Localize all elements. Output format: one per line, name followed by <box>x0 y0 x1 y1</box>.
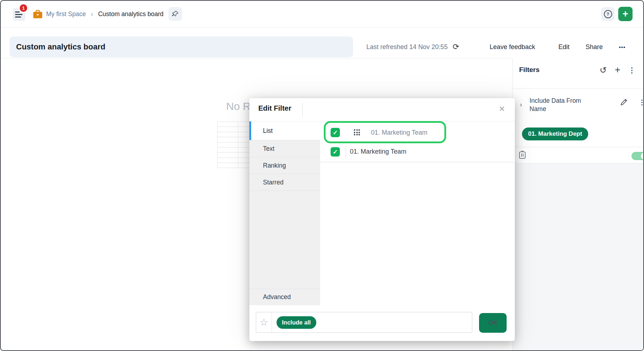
close-icon[interactable]: × <box>495 102 509 116</box>
refresh-icon[interactable]: ⟳ <box>453 42 459 52</box>
delete-filter-trash-icon[interactable] <box>518 149 528 160</box>
board-title-field[interactable]: Custom analytics board <box>10 37 353 57</box>
filter-name: Include Data From Name <box>530 97 601 113</box>
filters-panel: Filters ↺ + ⋮ › Include Data From Name ⋮… <box>512 58 644 351</box>
notification-badge[interactable]: 1 <box>19 4 28 13</box>
tab-starred[interactable]: Starred <box>249 174 320 191</box>
topbar-actions: ? + <box>601 1 633 27</box>
modal-title: Edit Filter <box>258 104 291 112</box>
filters-panel-title: Filters <box>519 66 540 74</box>
workspace-icon <box>33 10 43 19</box>
empty-state-text: No R <box>226 100 250 112</box>
list-item-label[interactable]: 01. Marketing Team <box>371 129 428 136</box>
filters-menu-icon[interactable]: ⋮ <box>628 66 635 74</box>
edit-filter-modal: Edit Filter × List Text Ranking Starred … <box>249 98 515 341</box>
list-divider <box>320 162 515 162</box>
topbar-divider <box>1 27 643 28</box>
toggle-knob <box>641 153 644 160</box>
modal-title-divider <box>302 103 303 117</box>
breadcrumb-current: Custom analytics board <box>98 10 164 18</box>
share-button[interactable]: Share <box>586 43 603 51</box>
list-item-checkbox[interactable]: ✓ <box>331 147 340 157</box>
pin-button[interactable] <box>169 7 182 21</box>
filter-value-chip[interactable]: 01. Marketing Dept <box>522 128 588 140</box>
filters-panel-actions: ↺ + ⋮ <box>600 64 635 76</box>
ok-button[interactable]: OK <box>479 313 507 333</box>
breadcrumb: My first Space › Custom analytics board <box>46 1 182 27</box>
board-actions: Last refreshed 14 Nov 20:55 ⟳ Leave feed… <box>366 37 626 57</box>
edit-filter-pencil-icon[interactable] <box>619 97 629 107</box>
breadcrumb-separator: › <box>91 10 93 18</box>
drag-handle-icon[interactable] <box>354 129 361 135</box>
tab-text[interactable]: Text <box>249 140 320 157</box>
last-refreshed-text: Last refreshed 14 Nov 20:55 <box>366 43 448 51</box>
include-all-chip[interactable]: Include all <box>277 316 316 329</box>
selection-summary-box: ☆ Include all <box>256 312 472 333</box>
tab-list[interactable]: List <box>249 121 320 140</box>
help-icon: ? <box>604 10 612 18</box>
tab-advanced[interactable]: Advanced <box>249 289 320 305</box>
menu-icon <box>15 11 20 13</box>
filter-type-tabs: List Text Ranking Starred Advanced <box>249 121 320 305</box>
list-item-divider <box>346 146 346 158</box>
list-item-checkbox[interactable]: ✓ <box>331 128 340 137</box>
more-options-button[interactable]: ••• <box>619 44 626 50</box>
table-skeleton-divider <box>238 122 238 168</box>
filter-expand-chevron-icon[interactable]: › <box>520 101 522 109</box>
tab-ranking[interactable]: Ranking <box>249 157 320 174</box>
filter-toggle[interactable] <box>631 152 644 160</box>
filters-empty-area <box>513 163 644 351</box>
leave-feedback-button[interactable]: Leave feedback <box>490 43 535 51</box>
edit-button[interactable]: Edit <box>558 43 570 51</box>
breadcrumb-space-link[interactable]: My first Space <box>46 10 86 18</box>
pin-icon <box>171 10 179 18</box>
app-window: 1 My first Space › Custom analytics boar… <box>0 0 644 351</box>
help-button[interactable]: ? <box>601 7 615 21</box>
filter-item-menu-icon[interactable]: ⋮ <box>639 98 644 106</box>
reset-filters-icon[interactable]: ↺ <box>600 65 607 75</box>
create-new-button[interactable]: + <box>618 7 633 21</box>
add-filter-icon[interactable]: + <box>615 64 620 76</box>
filters-divider <box>513 88 644 89</box>
star-icon[interactable]: ☆ <box>256 312 272 332</box>
list-item-label[interactable]: 01. Marketing Team <box>350 148 406 155</box>
filter-divider <box>513 147 644 147</box>
